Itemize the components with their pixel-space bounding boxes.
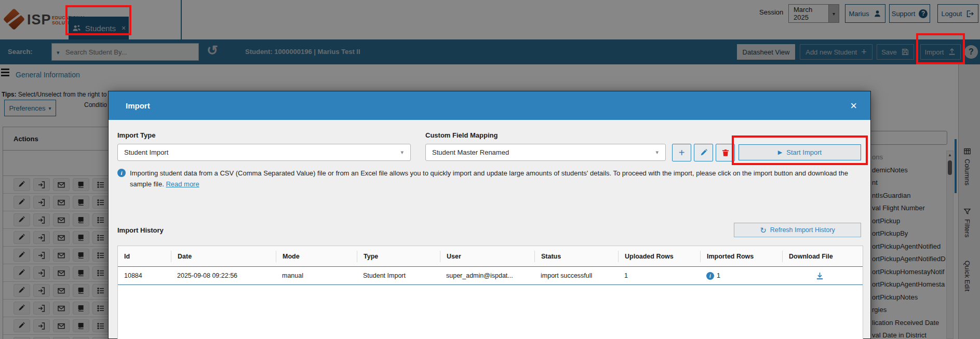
import-modal: Import × Import Type Student Import ▾ Cu…	[108, 91, 871, 339]
modal-body: Import Type Student Import ▾ Custom Fiel…	[109, 120, 870, 339]
delete-mapping-button[interactable]	[716, 144, 735, 161]
cell-user: super_admin@ispdat...	[440, 272, 534, 279]
cell-imported-rows: i 1	[700, 272, 782, 280]
refresh-icon: ↻	[760, 226, 767, 234]
custom-field-mapping-label: Custom Field Mapping	[425, 131, 498, 139]
import-type-label: Import Type	[117, 131, 155, 139]
edit-mapping-button[interactable]	[694, 144, 713, 161]
cell-download-file	[782, 272, 857, 280]
column-header: User	[440, 251, 534, 262]
plus-icon: +	[679, 147, 685, 159]
import-type-select[interactable]: Student Import ▾	[117, 144, 411, 161]
cell-type: Student Import	[357, 272, 440, 279]
column-header: Uploaded Rows	[618, 251, 700, 262]
custom-field-mapping-select[interactable]: Student Master Renamed ▾	[425, 144, 666, 161]
cell-status: import successfull	[534, 272, 618, 279]
add-mapping-button[interactable]: +	[672, 144, 691, 161]
cell-id: 10884	[118, 272, 171, 279]
read-more-link[interactable]: Read more	[166, 180, 199, 188]
import-history-table: Id Date Mode Type User Status Uploaded R…	[117, 246, 863, 339]
refresh-import-history-button[interactable]: ↻ Refresh Import History	[734, 223, 861, 237]
close-icon[interactable]: ×	[850, 100, 870, 112]
chevron-down-icon: ▾	[400, 149, 410, 156]
custom-field-mapping-value: Student Master Renamed	[426, 148, 655, 156]
import-history-title: Import History	[117, 226, 164, 234]
table-row: 10884 2025-09-08 09:22:56 manual Student…	[118, 266, 863, 285]
chevron-down-icon: ▾	[655, 149, 665, 156]
column-header: Id	[118, 251, 171, 262]
column-header: Type	[357, 251, 440, 262]
column-header: Status	[534, 251, 618, 262]
column-header: Date	[171, 251, 276, 262]
table-header-row: Id Date Mode Type User Status Uploaded R…	[118, 246, 863, 266]
import-info: i Importing student data from a CSV (Com…	[117, 168, 864, 189]
start-import-label: Start Import	[786, 148, 822, 156]
column-header: Mode	[276, 251, 357, 262]
info-icon[interactable]: i	[706, 272, 714, 280]
import-type-value: Student Import	[118, 148, 400, 156]
modal-title: Import	[109, 101, 150, 110]
download-icon[interactable]	[815, 272, 824, 280]
cell-mode: manual	[276, 272, 357, 279]
pencil-icon	[700, 148, 708, 157]
modal-header: Import ×	[109, 91, 870, 120]
start-import-button[interactable]: ▶ Start Import	[739, 144, 861, 160]
cell-date: 2025-09-08 09:22:56	[171, 272, 276, 279]
play-icon: ▶	[778, 149, 782, 156]
trash-icon	[721, 148, 730, 157]
info-icon: i	[117, 169, 126, 177]
column-header: Download File	[782, 251, 857, 262]
import-info-text: Importing student data from a CSV (Comma…	[130, 168, 864, 189]
app-screen: ISP EDUCATIONAL SOLUTIONS INC. Students …	[0, 0, 980, 339]
column-header: Imported Rows	[700, 251, 782, 262]
cell-uploaded-rows: 1	[618, 272, 700, 279]
refresh-label: Refresh Import History	[770, 226, 835, 234]
